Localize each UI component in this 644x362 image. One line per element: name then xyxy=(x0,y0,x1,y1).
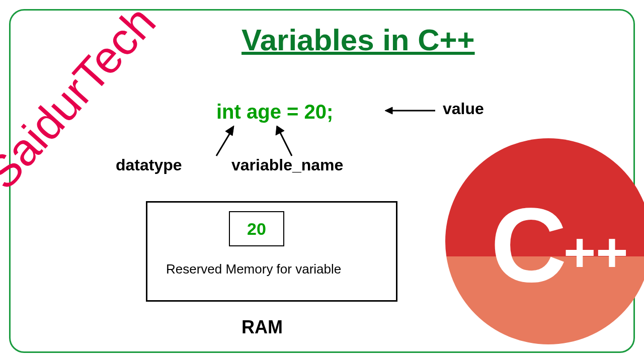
diagram-title: Variables in C++ xyxy=(242,23,475,57)
label-datatype: datatype xyxy=(116,156,182,174)
code-example: int age = 20; xyxy=(216,101,333,123)
svg-text:++: ++ xyxy=(564,221,628,283)
svg-line-4 xyxy=(279,131,292,156)
label-variable-name: variable_name xyxy=(231,156,343,174)
svg-line-2 xyxy=(216,131,231,156)
svg-text:C: C xyxy=(491,186,567,304)
ram-label: RAM xyxy=(242,317,283,338)
cpp-logo-icon: C ++ xyxy=(443,136,644,347)
memory-caption: Reserved Memory for variable xyxy=(166,261,341,277)
svg-marker-1 xyxy=(385,107,392,114)
label-value: value xyxy=(443,100,484,118)
svg-marker-3 xyxy=(225,126,234,136)
arrow-value xyxy=(382,103,438,118)
arrow-varname xyxy=(272,123,302,158)
arrow-datatype xyxy=(211,123,242,158)
memory-cell: 20 xyxy=(229,211,284,246)
